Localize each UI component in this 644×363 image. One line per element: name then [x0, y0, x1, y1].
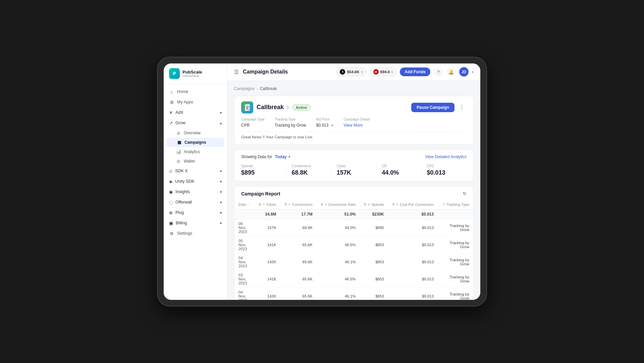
- topbar: ☰ Campaign Details X $54.6K ℹ W $94.6 ℹ …: [227, 63, 480, 81]
- col-clicks[interactable]: ⇅ ▼ Clicks: [255, 200, 280, 210]
- sidebar-item-grow[interactable]: ↗ Grow ▴: [164, 118, 227, 128]
- sidebar-item-offerwall[interactable]: ◌ Offerwall ▾: [164, 197, 227, 208]
- sidebar-label-unity-sdk: Unity SDK: [175, 179, 195, 184]
- col-conversions[interactable]: ⇅ ▼ Conversions: [280, 200, 317, 210]
- grow-arrow-icon: ▴: [220, 121, 222, 125]
- meta-bid-price: Bid Price $0.013 ✏: [316, 118, 333, 128]
- sidebar-item-billing[interactable]: ▣ Billing ▾: [164, 218, 227, 228]
- insights-icon: ◉: [169, 189, 173, 194]
- data-filter[interactable]: Showing Data for Today ▾: [241, 154, 290, 159]
- sidebar-label-my-apps: My Apps: [177, 100, 193, 104]
- col-conversions-label: Conversions: [292, 202, 313, 207]
- user-avatar[interactable]: JD: [459, 67, 469, 77]
- meta-bid-price-value: $0.013: [316, 123, 328, 128]
- row-date: 03 Nov, 2023: [234, 270, 255, 287]
- pause-campaign-button[interactable]: Pause Campaign: [411, 103, 454, 112]
- sidebar-item-sdk-x[interactable]: ◇ SDK X ▾: [164, 166, 227, 176]
- balance-w-value: $94.6: [380, 70, 390, 74]
- col-cpc-sort: ⇅: [392, 203, 395, 206]
- meta-tracking-type-value: Tracking by Grow: [275, 123, 306, 128]
- report-table: Date ↓ ⇅ ▼ Clicks: [234, 200, 473, 300]
- row-conversions: 65.6K: [280, 253, 317, 270]
- breadcrumb-campaigns[interactable]: Campaigns: [234, 86, 255, 91]
- sidebar-item-adx[interactable]: ✕ AdX ▾: [164, 107, 227, 118]
- col-tracking-type[interactable]: ▼ Tracking Type: [438, 200, 473, 210]
- stat-cr-label: CR: [382, 164, 416, 168]
- filter-dropdown-icon[interactable]: ▾: [288, 155, 290, 158]
- balance-x-info-icon[interactable]: ℹ: [361, 70, 363, 74]
- row-tracking: Tracking by Grow: [438, 270, 473, 287]
- sidebar-item-insights[interactable]: ◉ Insights ▾: [164, 187, 227, 197]
- summary-tracking: [438, 209, 473, 219]
- logo-icon: P: [169, 68, 180, 79]
- offerwall-icon: ◌: [169, 200, 173, 205]
- col-date-label: Date: [238, 202, 246, 207]
- filter-value: Today: [275, 154, 286, 159]
- sidebar-item-plug[interactable]: ⊕ Plug ▾: [164, 208, 227, 218]
- stat-conversions-value: 68.8K: [291, 169, 325, 176]
- add-funds-button[interactable]: Add Funds: [400, 67, 430, 76]
- sidebar-item-settings[interactable]: ⚙ Settings: [164, 228, 227, 239]
- user-dropdown-icon[interactable]: ▾: [472, 70, 474, 74]
- help-icon[interactable]: ?: [434, 67, 443, 77]
- report-section: Campaign Report ↻ Date ↓: [234, 186, 474, 300]
- sidebar-sub-campaigns[interactable]: ▦ Campaigns: [166, 138, 224, 147]
- summary-clicks: 34.6M: [255, 209, 280, 219]
- meta-campaign-type-value: CPR: [241, 123, 250, 128]
- sidebar-sub-wallet[interactable]: ◎ Wallet: [164, 156, 227, 166]
- sidebar-label-offerwall: Offerwall: [175, 200, 192, 205]
- page-content: Campaigns › Callbreak 🃏 Callbreak ℹ Acti…: [227, 81, 480, 300]
- row-conversions: 65.6K: [280, 270, 317, 287]
- report-table-head: Date ↓ ⇅ ▼ Clicks: [234, 200, 473, 210]
- balance-chip-x: X $54.6K ℹ: [336, 67, 366, 76]
- sidebar-label-overview: Overview: [184, 131, 201, 135]
- col-cost-per-conversion[interactable]: ⇅ ▼ Cost Per Conversion: [388, 200, 438, 210]
- col-spends[interactable]: ⇅ ▼ Spends: [360, 200, 388, 210]
- sidebar-item-home[interactable]: ⌂ Home: [164, 87, 227, 97]
- billing-icon: ▣: [169, 221, 173, 226]
- view-more-link[interactable]: View More: [344, 123, 363, 128]
- x-logo: X: [340, 69, 345, 75]
- refresh-icon[interactable]: ↻: [463, 191, 467, 196]
- row-clicks: 157K: [255, 219, 280, 236]
- report-header: Campaign Report ↻: [234, 186, 473, 200]
- row-cpc: $0.013: [388, 270, 438, 287]
- bid-price-edit-icon[interactable]: ✏: [331, 124, 334, 127]
- campaign-actions: Pause Campaign ⋮: [411, 103, 467, 112]
- stat-cpc: CPC $0.013: [422, 164, 467, 176]
- sidebar-sub-analytics[interactable]: 📊 Analytics: [164, 147, 227, 156]
- row-spends: $895: [360, 219, 388, 236]
- view-analytics-link[interactable]: View Detailed Analytics: [425, 154, 467, 159]
- grow-icon: ↗: [169, 121, 173, 126]
- row-tracking: Tracking by Grow: [438, 253, 473, 270]
- sidebar-sub-overview[interactable]: ◎ Overview: [164, 128, 227, 138]
- menu-icon[interactable]: ☰: [234, 69, 239, 75]
- notifications-icon[interactable]: 🔔: [446, 67, 456, 77]
- summary-date: [234, 209, 255, 219]
- balance-w-info-icon[interactable]: ℹ: [391, 70, 393, 74]
- sidebar-icon-wallet: ◎: [176, 159, 181, 164]
- breadcrumb-current: Callbreak: [260, 86, 277, 91]
- campaign-info-icon[interactable]: ℹ: [287, 105, 289, 110]
- filter-label: Showing Data for: [241, 154, 272, 159]
- balance-chip-w: W $94.6 ℹ: [370, 67, 397, 76]
- col-conversion-rate[interactable]: ⇅ ▼ Conversion Rate: [317, 200, 360, 210]
- balance-x-value: $54.6K: [347, 70, 359, 74]
- sidebar-label-insights: Insights: [175, 189, 190, 194]
- campaign-meta: Campaign Type CPR Tracking Type Tracking…: [241, 118, 467, 128]
- stat-cr: CR 44.0%: [376, 164, 421, 176]
- col-spends-sort: ⇅: [364, 203, 367, 206]
- row-spends: $853: [360, 236, 388, 253]
- sidebar-item-my-apps[interactable]: ⊞ My Apps: [164, 97, 227, 107]
- date-sort-icon: ↓: [247, 203, 249, 206]
- col-date[interactable]: Date ↓: [234, 200, 255, 210]
- app-emoji: 🃏: [244, 104, 251, 111]
- row-conversions: 65.6K: [280, 236, 317, 253]
- col-tracking-filter-icon: ▼: [442, 203, 445, 206]
- more-options-button[interactable]: ⋮: [457, 103, 467, 112]
- sidebar-item-unity-sdk[interactable]: ◈ Unity SDK ▾: [164, 176, 227, 187]
- tablet-screen: P PubScale GREENPANE ⌂ Home ⊞ My Apps ✕ …: [164, 63, 480, 300]
- sdk-x-arrow: ▾: [220, 169, 222, 173]
- col-cr-label: Conversion Rate: [328, 202, 356, 207]
- breadcrumb: Campaigns › Callbreak: [234, 86, 474, 91]
